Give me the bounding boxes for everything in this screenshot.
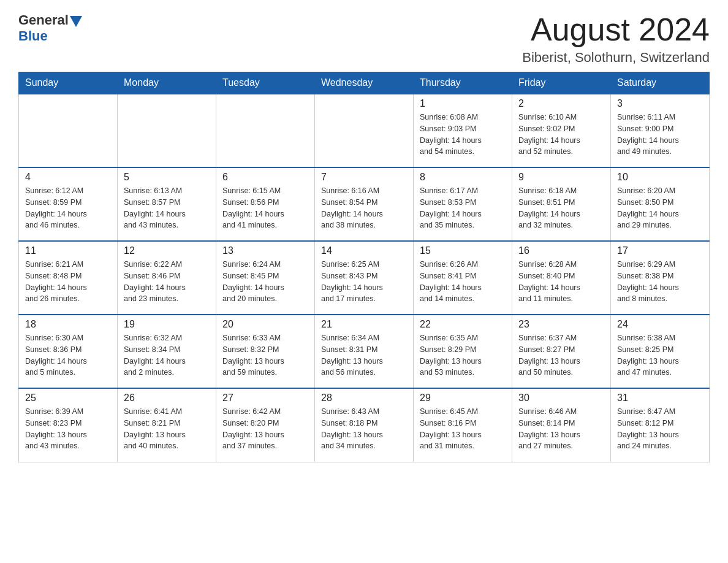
day-number: 22 [420, 319, 506, 330]
day-number: 7 [321, 172, 407, 183]
day-info: Sunrise: 6:32 AM Sunset: 8:34 PM Dayligh… [124, 332, 210, 378]
calendar-cell: 12Sunrise: 6:22 AM Sunset: 8:46 PM Dayli… [118, 241, 216, 315]
day-number: 25 [25, 393, 111, 404]
day-info: Sunrise: 6:29 AM Sunset: 8:38 PM Dayligh… [617, 259, 703, 305]
col-sunday: Sunday [19, 72, 118, 94]
calendar-cell [19, 94, 118, 167]
day-number: 16 [518, 245, 604, 256]
day-number: 17 [617, 245, 703, 256]
day-number: 18 [25, 319, 111, 330]
day-number: 20 [222, 319, 308, 330]
calendar-cell: 28Sunrise: 6:43 AM Sunset: 8:18 PM Dayli… [315, 388, 414, 462]
day-info: Sunrise: 6:16 AM Sunset: 8:54 PM Dayligh… [321, 185, 407, 231]
page-header: General Blue August 2024 Biberist, Solot… [18, 12, 710, 66]
calendar-cell: 25Sunrise: 6:39 AM Sunset: 8:23 PM Dayli… [19, 388, 118, 462]
day-info: Sunrise: 6:42 AM Sunset: 8:20 PM Dayligh… [222, 406, 308, 452]
calendar-cell: 4Sunrise: 6:12 AM Sunset: 8:59 PM Daylig… [19, 167, 118, 241]
calendar-cell: 2Sunrise: 6:10 AM Sunset: 9:02 PM Daylig… [512, 94, 611, 167]
day-number: 15 [420, 245, 506, 256]
day-info: Sunrise: 6:17 AM Sunset: 8:53 PM Dayligh… [420, 185, 506, 231]
day-number: 9 [518, 172, 604, 183]
day-info: Sunrise: 6:25 AM Sunset: 8:43 PM Dayligh… [321, 259, 407, 305]
calendar-cell: 13Sunrise: 6:24 AM Sunset: 8:45 PM Dayli… [216, 241, 315, 315]
calendar-cell: 26Sunrise: 6:41 AM Sunset: 8:21 PM Dayli… [118, 388, 216, 462]
calendar-cell: 27Sunrise: 6:42 AM Sunset: 8:20 PM Dayli… [216, 388, 315, 462]
day-info: Sunrise: 6:47 AM Sunset: 8:12 PM Dayligh… [617, 406, 703, 452]
calendar-table: Sunday Monday Tuesday Wednesday Thursday… [18, 72, 710, 462]
day-number: 19 [124, 319, 210, 330]
calendar-cell: 19Sunrise: 6:32 AM Sunset: 8:34 PM Dayli… [118, 315, 216, 388]
logo-blue: Blue [18, 28, 48, 44]
calendar-cell: 3Sunrise: 6:11 AM Sunset: 9:00 PM Daylig… [611, 94, 710, 167]
day-number: 31 [617, 393, 703, 404]
day-number: 21 [321, 319, 407, 330]
calendar-cell: 29Sunrise: 6:45 AM Sunset: 8:16 PM Dayli… [414, 388, 512, 462]
day-info: Sunrise: 6:10 AM Sunset: 9:02 PM Dayligh… [518, 112, 604, 158]
day-number: 10 [617, 172, 703, 183]
calendar-week-row: 1Sunrise: 6:08 AM Sunset: 9:03 PM Daylig… [19, 94, 710, 167]
day-number: 28 [321, 393, 407, 404]
day-number: 12 [124, 245, 210, 256]
day-info: Sunrise: 6:12 AM Sunset: 8:59 PM Dayligh… [25, 185, 111, 231]
day-number: 8 [420, 172, 506, 183]
title-block: August 2024 Biberist, Solothurn, Switzer… [522, 12, 710, 66]
calendar-cell: 17Sunrise: 6:29 AM Sunset: 8:38 PM Dayli… [611, 241, 710, 315]
calendar-cell: 10Sunrise: 6:20 AM Sunset: 8:50 PM Dayli… [611, 167, 710, 241]
day-number: 14 [321, 245, 407, 256]
calendar-week-row: 18Sunrise: 6:30 AM Sunset: 8:36 PM Dayli… [19, 315, 710, 388]
day-info: Sunrise: 6:28 AM Sunset: 8:40 PM Dayligh… [518, 259, 604, 305]
day-info: Sunrise: 6:35 AM Sunset: 8:29 PM Dayligh… [420, 332, 506, 378]
calendar-cell: 14Sunrise: 6:25 AM Sunset: 8:43 PM Dayli… [315, 241, 414, 315]
location-subtitle: Biberist, Solothurn, Switzerland [522, 50, 710, 66]
day-info: Sunrise: 6:08 AM Sunset: 9:03 PM Dayligh… [420, 112, 506, 158]
calendar-cell: 1Sunrise: 6:08 AM Sunset: 9:03 PM Daylig… [414, 94, 512, 167]
day-number: 4 [25, 172, 111, 183]
month-year-title: August 2024 [522, 12, 710, 47]
day-number: 11 [25, 245, 111, 256]
col-monday: Monday [118, 72, 216, 94]
calendar-cell: 21Sunrise: 6:34 AM Sunset: 8:31 PM Dayli… [315, 315, 414, 388]
col-thursday: Thursday [414, 72, 512, 94]
calendar-cell: 30Sunrise: 6:46 AM Sunset: 8:14 PM Dayli… [512, 388, 611, 462]
day-info: Sunrise: 6:21 AM Sunset: 8:48 PM Dayligh… [25, 259, 111, 305]
day-info: Sunrise: 6:43 AM Sunset: 8:18 PM Dayligh… [321, 406, 407, 452]
calendar-cell: 9Sunrise: 6:18 AM Sunset: 8:51 PM Daylig… [512, 167, 611, 241]
calendar-week-row: 25Sunrise: 6:39 AM Sunset: 8:23 PM Dayli… [19, 388, 710, 462]
day-info: Sunrise: 6:41 AM Sunset: 8:21 PM Dayligh… [124, 406, 210, 452]
day-info: Sunrise: 6:34 AM Sunset: 8:31 PM Dayligh… [321, 332, 407, 378]
day-info: Sunrise: 6:30 AM Sunset: 8:36 PM Dayligh… [25, 332, 111, 378]
day-number: 30 [518, 393, 604, 404]
calendar-cell [118, 94, 216, 167]
day-info: Sunrise: 6:46 AM Sunset: 8:14 PM Dayligh… [518, 406, 604, 452]
col-tuesday: Tuesday [216, 72, 315, 94]
logo-triangle-icon [70, 16, 82, 27]
day-number: 6 [222, 172, 308, 183]
day-info: Sunrise: 6:15 AM Sunset: 8:56 PM Dayligh… [222, 185, 308, 231]
day-info: Sunrise: 6:22 AM Sunset: 8:46 PM Dayligh… [124, 259, 210, 305]
calendar-cell: 24Sunrise: 6:38 AM Sunset: 8:25 PM Dayli… [611, 315, 710, 388]
calendar-cell: 16Sunrise: 6:28 AM Sunset: 8:40 PM Dayli… [512, 241, 611, 315]
day-info: Sunrise: 6:20 AM Sunset: 8:50 PM Dayligh… [617, 185, 703, 231]
calendar-week-row: 11Sunrise: 6:21 AM Sunset: 8:48 PM Dayli… [19, 241, 710, 315]
calendar-cell: 5Sunrise: 6:13 AM Sunset: 8:57 PM Daylig… [118, 167, 216, 241]
day-number: 2 [518, 98, 604, 109]
calendar-cell: 20Sunrise: 6:33 AM Sunset: 8:32 PM Dayli… [216, 315, 315, 388]
calendar-cell: 31Sunrise: 6:47 AM Sunset: 8:12 PM Dayli… [611, 388, 710, 462]
day-number: 26 [124, 393, 210, 404]
calendar-cell [216, 94, 315, 167]
calendar-cell [315, 94, 414, 167]
day-info: Sunrise: 6:11 AM Sunset: 9:00 PM Dayligh… [617, 112, 703, 158]
day-number: 5 [124, 172, 210, 183]
col-friday: Friday [512, 72, 611, 94]
calendar-cell: 22Sunrise: 6:35 AM Sunset: 8:29 PM Dayli… [414, 315, 512, 388]
day-number: 13 [222, 245, 308, 256]
col-wednesday: Wednesday [315, 72, 414, 94]
calendar-cell: 8Sunrise: 6:17 AM Sunset: 8:53 PM Daylig… [414, 167, 512, 241]
logo-general: General [18, 12, 69, 28]
day-info: Sunrise: 6:39 AM Sunset: 8:23 PM Dayligh… [25, 406, 111, 452]
day-info: Sunrise: 6:37 AM Sunset: 8:27 PM Dayligh… [518, 332, 604, 378]
calendar-cell: 23Sunrise: 6:37 AM Sunset: 8:27 PM Dayli… [512, 315, 611, 388]
calendar-cell: 7Sunrise: 6:16 AM Sunset: 8:54 PM Daylig… [315, 167, 414, 241]
day-info: Sunrise: 6:38 AM Sunset: 8:25 PM Dayligh… [617, 332, 703, 378]
day-info: Sunrise: 6:45 AM Sunset: 8:16 PM Dayligh… [420, 406, 506, 452]
